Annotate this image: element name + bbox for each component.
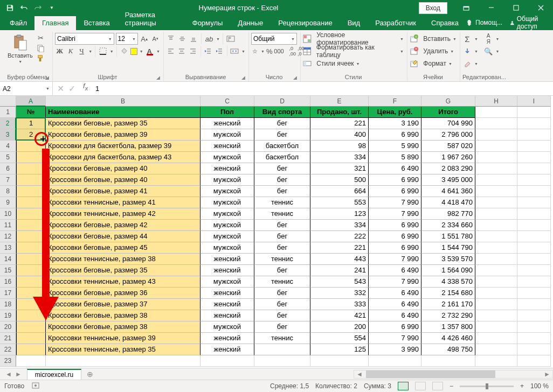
cell[interactable]: 221 bbox=[310, 242, 369, 254]
cell[interactable]: бег bbox=[254, 129, 310, 141]
cell[interactable] bbox=[475, 355, 517, 367]
cell[interactable]: Кроссовки беговые, размер 35 bbox=[46, 118, 201, 129]
row-header[interactable]: 2 bbox=[0, 118, 16, 129]
tab-home[interactable]: Главная bbox=[34, 16, 76, 30]
sheet-nav-next-icon[interactable]: ► bbox=[15, 370, 22, 378]
cell[interactable]: 7 990 bbox=[369, 208, 421, 220]
cut-icon[interactable]: ✂ bbox=[36, 33, 46, 43]
redo-icon[interactable] bbox=[31, 2, 44, 15]
cell[interactable] bbox=[475, 152, 517, 163]
cell[interactable]: Кроссовки теннисные, размер 38 bbox=[46, 254, 201, 265]
dialog-launcher-icon[interactable]: ◢ bbox=[156, 75, 160, 80]
font-size-select[interactable]: 12▼ bbox=[116, 33, 138, 45]
cell[interactable]: бег bbox=[254, 288, 310, 299]
cell[interactable]: 554 bbox=[310, 333, 369, 344]
header-cell[interactable]: Итого bbox=[421, 107, 475, 118]
cell[interactable]: 6 490 bbox=[369, 163, 421, 174]
select-all-corner[interactable] bbox=[0, 96, 16, 107]
cell[interactable]: бег bbox=[254, 118, 310, 129]
cell[interactable]: 332 bbox=[310, 288, 369, 299]
format-as-table-button[interactable]: Форматировать как таблицу▼ bbox=[303, 45, 404, 57]
italic-icon[interactable]: К bbox=[66, 46, 75, 56]
cell[interactable] bbox=[475, 254, 517, 265]
cell[interactable]: 2 154 680 bbox=[421, 288, 475, 299]
cell[interactable]: Кроссовки беговые, размер 44 bbox=[46, 231, 201, 242]
copy-icon[interactable] bbox=[36, 43, 46, 53]
cell[interactable]: 333 bbox=[310, 299, 369, 310]
cell[interactable] bbox=[475, 344, 517, 355]
cell[interactable] bbox=[475, 174, 517, 186]
macro-record-icon[interactable] bbox=[32, 382, 39, 391]
row-header[interactable]: 1 bbox=[0, 107, 16, 118]
cell[interactable]: Кроссовки беговые, размер 36 bbox=[46, 288, 201, 299]
increase-font-icon[interactable]: A▴ bbox=[140, 34, 149, 44]
cell[interactable]: Кроссовки для баскетбола, размер 43 bbox=[46, 152, 201, 163]
cell[interactable]: Кроссовки беговые, размер 40 bbox=[46, 174, 201, 186]
tab-developer[interactable]: Разработчик bbox=[368, 16, 424, 30]
cell[interactable]: бег bbox=[254, 265, 310, 276]
cell[interactable] bbox=[517, 242, 551, 254]
cell[interactable]: мужской bbox=[201, 220, 254, 231]
cell[interactable] bbox=[201, 355, 254, 367]
cell[interactable]: 6 990 bbox=[369, 321, 421, 333]
share-button[interactable]: Общий доступ bbox=[510, 15, 545, 30]
cell[interactable]: бег bbox=[254, 231, 310, 242]
increase-indent-icon[interactable] bbox=[215, 46, 224, 56]
cell[interactable]: 3 495 000 bbox=[421, 174, 475, 186]
row-header[interactable]: 19 bbox=[0, 310, 16, 321]
row-header[interactable]: 20 bbox=[0, 321, 16, 333]
header-cell[interactable]: Пол bbox=[201, 107, 254, 118]
cell[interactable]: 6 990 bbox=[369, 174, 421, 186]
align-left-icon[interactable] bbox=[166, 46, 176, 56]
number-format-select[interactable]: Общий▼ bbox=[251, 33, 297, 45]
align-top-icon[interactable] bbox=[166, 34, 176, 44]
decrease-indent-icon[interactable] bbox=[204, 46, 213, 56]
row-header[interactable]: 3 bbox=[0, 129, 16, 141]
column-header-B[interactable]: B bbox=[46, 96, 201, 107]
row-header[interactable]: 5 bbox=[0, 152, 16, 163]
cell[interactable] bbox=[254, 355, 310, 367]
cell[interactable]: теннис bbox=[254, 208, 310, 220]
cell[interactable] bbox=[475, 197, 517, 208]
cell[interactable]: 4 418 470 bbox=[421, 197, 475, 208]
cell[interactable] bbox=[517, 174, 551, 186]
cell[interactable] bbox=[475, 163, 517, 174]
cell[interactable]: 7 990 bbox=[369, 197, 421, 208]
cell[interactable]: женский bbox=[201, 344, 254, 355]
cell[interactable]: женский bbox=[201, 310, 254, 321]
cell[interactable]: женский bbox=[201, 299, 254, 310]
row-header[interactable]: 13 bbox=[0, 242, 16, 254]
cell[interactable]: 125 bbox=[310, 344, 369, 355]
cell[interactable]: женский bbox=[201, 333, 254, 344]
dialog-launcher-icon[interactable]: ◢ bbox=[293, 75, 297, 80]
cell[interactable]: 6 490 bbox=[369, 299, 421, 310]
column-header-D[interactable]: D bbox=[254, 96, 310, 107]
cell[interactable] bbox=[517, 197, 551, 208]
cell[interactable]: 334 bbox=[310, 152, 369, 163]
cell[interactable] bbox=[475, 242, 517, 254]
cell[interactable]: бег bbox=[254, 220, 310, 231]
cell[interactable] bbox=[475, 321, 517, 333]
column-header-H[interactable]: H bbox=[475, 96, 517, 107]
new-sheet-icon[interactable]: ⊕ bbox=[81, 370, 99, 379]
cell[interactable]: Кроссовки беговые, размер 38 bbox=[46, 310, 201, 321]
cell[interactable]: мужской bbox=[201, 174, 254, 186]
cell[interactable]: 2 083 290 bbox=[421, 163, 475, 174]
cell[interactable]: 6 490 bbox=[369, 288, 421, 299]
column-header-C[interactable]: C bbox=[201, 96, 254, 107]
cell[interactable]: мужской bbox=[201, 231, 254, 242]
column-header-F[interactable]: F bbox=[369, 96, 421, 107]
cell[interactable] bbox=[46, 355, 201, 367]
delete-cells-button[interactable]: × Удалить▼ bbox=[410, 45, 457, 57]
cell[interactable]: Кроссовки беговые, размер 37 bbox=[46, 299, 201, 310]
cell[interactable]: теннис bbox=[254, 197, 310, 208]
cell[interactable] bbox=[475, 288, 517, 299]
dialog-launcher-icon[interactable]: ◢ bbox=[45, 75, 49, 80]
cell[interactable] bbox=[517, 254, 551, 265]
align-right-icon[interactable] bbox=[188, 46, 198, 56]
border-icon[interactable] bbox=[98, 46, 107, 56]
cell[interactable] bbox=[517, 129, 551, 141]
sort-filter-icon[interactable]: AЯ bbox=[483, 34, 493, 44]
cell[interactable] bbox=[16, 321, 46, 333]
cell[interactable]: 123 bbox=[310, 208, 369, 220]
